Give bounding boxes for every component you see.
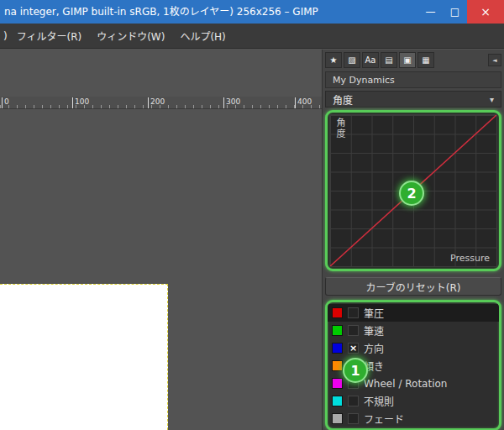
input-row-random[interactable]: 不規則: [328, 392, 499, 410]
gimp-window: na integer, GIMP built-in sRGB, 1枚のレイヤー)…: [0, 0, 504, 430]
tab-images-icon[interactable]: ▣: [399, 52, 416, 68]
dynamics-input-list: 筆圧 筆速 × 方向 傾き: [325, 300, 501, 430]
dropdown-selected-value: 角度: [333, 92, 353, 107]
menubar: ) フィルター(R) ウィンドウ(W) ヘルプ(H): [0, 24, 504, 49]
curve-color-swatch[interactable]: [332, 413, 343, 424]
curve-color-swatch[interactable]: [332, 343, 343, 354]
mapping-checkbox[interactable]: [348, 307, 359, 318]
chevron-down-icon: ▾: [490, 95, 494, 104]
titlebar: na integer, GIMP built-in sRGB, 1枚のレイヤー)…: [0, 0, 504, 24]
output-property-dropdown[interactable]: 角度 ▾: [325, 91, 501, 108]
menu-item-filters[interactable]: フィルター(R): [9, 29, 89, 43]
input-row-label: 筆圧: [364, 306, 384, 320]
tab-dynamics-icon[interactable]: ★: [325, 52, 342, 68]
mapping-checkbox[interactable]: [348, 396, 359, 406]
input-row-label: 不規則: [364, 394, 394, 408]
curve-color-swatch[interactable]: [332, 325, 343, 336]
curve-x-axis-label: Pressure: [450, 253, 490, 264]
tab-buffers-icon[interactable]: ▦: [417, 52, 434, 68]
workspace: 0 100 200 300 400 ★ ▨ Aa ▤ ▣ ▦ ◄ My Dyna…: [0, 50, 504, 430]
tab-patterns-icon[interactable]: ▨: [344, 52, 360, 68]
curve-color-swatch[interactable]: [332, 360, 343, 371]
curve-color-swatch[interactable]: [332, 378, 343, 389]
close-button[interactable]: ×: [467, 0, 504, 24]
menu-item-windows[interactable]: ウィンドウ(W): [89, 29, 172, 43]
minimize-button[interactable]: —: [418, 0, 443, 24]
right-dock-panel: ★ ▨ Aa ▤ ▣ ▦ ◄ My Dynamics 角度 ▾ 角度: [323, 50, 504, 430]
input-row-label: フェード: [364, 412, 404, 426]
ruler-label: 200: [148, 97, 165, 108]
input-row-label: Wheel / Rotation: [364, 378, 447, 390]
ruler-label: 400: [295, 97, 312, 108]
image-canvas[interactable]: [0, 284, 168, 430]
annotation-badge-2: 2: [399, 181, 424, 206]
dock-tabstrip: ★ ▨ Aa ▤ ▣ ▦ ◄: [325, 51, 501, 69]
dynamics-name-header: My Dynamics: [325, 71, 501, 88]
mapping-checkbox[interactable]: [348, 325, 359, 336]
ruler-label: 100: [72, 97, 89, 108]
input-row-label: 筆速: [364, 323, 384, 338]
ruler-label: 0: [2, 97, 9, 108]
window-title: na integer, GIMP built-in sRGB, 1枚のレイヤー)…: [0, 0, 418, 24]
input-row-fade[interactable]: フェード: [328, 410, 499, 427]
menu-item-clipped[interactable]: ): [0, 30, 9, 42]
canvas-area[interactable]: 0 100 200 300 400: [0, 50, 323, 430]
maximize-button[interactable]: □: [443, 0, 467, 24]
dock-collapse-arrow-icon[interactable]: ◄: [488, 54, 501, 66]
curve-color-swatch[interactable]: [332, 396, 343, 406]
input-row-velocity[interactable]: 筆速: [328, 322, 499, 339]
curve-y-axis-label: 角度: [333, 118, 346, 139]
curve-editor[interactable]: 角度 Pressure 2: [325, 110, 501, 271]
window-controls: — □ ×: [418, 0, 504, 24]
input-row-pressure[interactable]: 筆圧: [328, 304, 499, 322]
tab-fonts-icon[interactable]: Aa: [362, 52, 379, 68]
reset-curve-button[interactable]: カーブのリセット(R): [325, 277, 501, 296]
horizontal-ruler[interactable]: 0 100 200 300 400: [0, 97, 322, 109]
menu-item-help[interactable]: ヘルプ(H): [172, 29, 233, 43]
input-row-direction[interactable]: × 方向: [328, 339, 499, 357]
annotation-badge-1: 1: [343, 358, 368, 383]
curve-color-swatch[interactable]: [332, 307, 343, 318]
input-row-label: 方向: [364, 341, 384, 355]
tab-document-history-icon[interactable]: ▤: [381, 52, 397, 68]
ruler-label: 300: [223, 97, 240, 108]
mapping-checkbox[interactable]: [348, 413, 359, 424]
mapping-checkbox-checked[interactable]: ×: [348, 343, 359, 354]
